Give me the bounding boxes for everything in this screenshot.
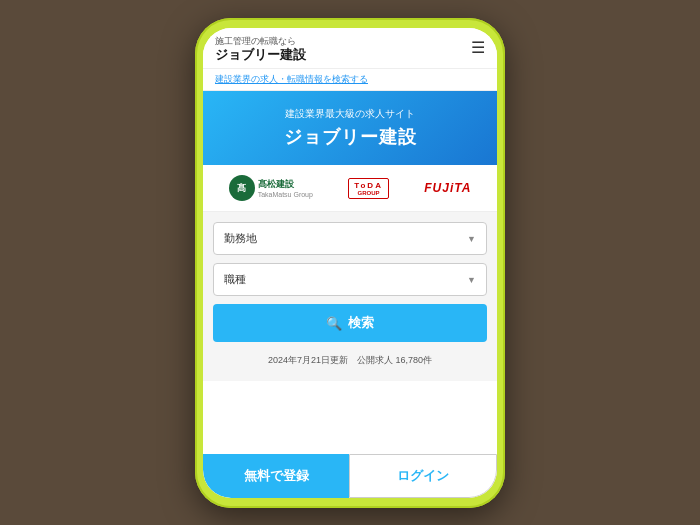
header-subtitle: 施工管理の転職なら (215, 36, 306, 48)
location-chevron-icon: ▼ (467, 234, 476, 244)
login-button[interactable]: ログイン (349, 454, 497, 498)
fujita-logo: FUJiTA (424, 181, 471, 195)
search-label: 検索 (348, 314, 374, 332)
header-main-title: ジョブリー建設 (215, 47, 306, 64)
nav-search-link[interactable]: 建設業界の求人・転職情報を検索する (203, 69, 497, 91)
job-type-chevron-icon: ▼ (467, 275, 476, 285)
location-select[interactable]: 勤務地 ▼ (213, 222, 487, 255)
header-title-block: 施工管理の転職なら ジョブリー建設 (215, 36, 306, 65)
hamburger-icon[interactable]: ☰ (471, 38, 485, 57)
job-type-label: 職種 (224, 272, 246, 287)
hero-section: 建設業界最大級の求人サイト ジョブリー建設 (203, 91, 497, 165)
takamatsu-name: 髙松建設 (258, 178, 313, 191)
takamatsu-text: 髙松建設 TakaMatsu Group (258, 178, 313, 198)
app-header: 施工管理の転職なら ジョブリー建設 ☰ (203, 28, 497, 70)
phone-device: 施工管理の転職なら ジョブリー建設 ☰ 建設業界の求人・転職情報を検索する 建設… (195, 18, 505, 508)
job-type-select[interactable]: 職種 ▼ (213, 263, 487, 296)
search-button[interactable]: 🔍 検索 (213, 304, 487, 342)
company-logos: 髙 髙松建設 TakaMatsu Group ToDA GROUP FUJiTA (203, 165, 497, 212)
register-button[interactable]: 無料で登録 (203, 454, 349, 498)
toda-logo: ToDA GROUP (348, 178, 389, 199)
toda-name-bottom: GROUP (358, 190, 380, 196)
location-label: 勤務地 (224, 231, 257, 246)
toda-name-top: ToDA (354, 181, 383, 190)
search-icon: 🔍 (326, 316, 342, 331)
takamatsu-sub: TakaMatsu Group (258, 191, 313, 198)
update-info: 2024年7月21日更新 公開求人 16,780件 (213, 350, 487, 371)
takamatsu-mark: 髙 (229, 175, 255, 201)
hero-title: ジョブリー建設 (215, 125, 485, 149)
takamatsu-logo: 髙 髙松建設 TakaMatsu Group (229, 175, 313, 201)
search-form: 勤務地 ▼ 職種 ▼ 🔍 検索 2024年7月21日更新 公開求人 16,780… (203, 212, 497, 381)
bottom-actions: 無料で登録 ログイン (203, 454, 497, 498)
hero-subtitle: 建設業界最大級の求人サイト (215, 107, 485, 121)
phone-screen: 施工管理の転職なら ジョブリー建設 ☰ 建設業界の求人・転職情報を検索する 建設… (203, 28, 497, 498)
